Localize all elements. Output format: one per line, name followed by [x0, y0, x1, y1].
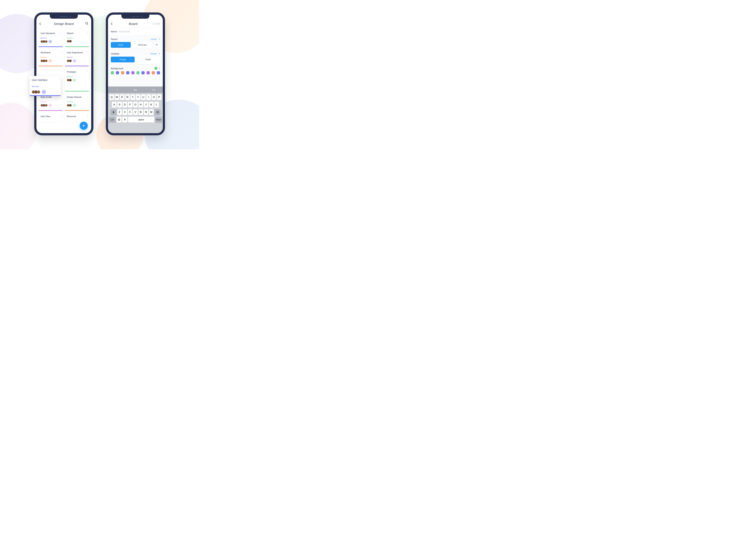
key-f[interactable]: F [128, 102, 132, 108]
key-u[interactable]: U [141, 94, 146, 100]
board-card[interactable]: User ExperienceMember7+ [65, 49, 89, 66]
key-p[interactable]: P [157, 94, 161, 100]
keyboard[interactable]: ItheI'm QWERTYUIOP ASDFGHJKL ZXCVBNM 123… [108, 86, 163, 133]
key-m[interactable]: M [149, 109, 154, 115]
key-h[interactable]: H [138, 102, 143, 108]
board-card[interactable]: Resource [65, 113, 89, 122]
key-g[interactable]: G [133, 102, 138, 108]
card-menu-icon[interactable] [87, 115, 87, 117]
card-menu-icon[interactable] [61, 51, 61, 53]
back-button[interactable] [111, 22, 114, 25]
avatar [69, 59, 72, 62]
create-button[interactable]: Create [153, 22, 160, 25]
card-avatars: 9+ [41, 40, 61, 43]
avatar-count-badge: 2+ [73, 104, 76, 107]
avatar [45, 104, 48, 107]
board-card[interactable]: Style GuideMember2+ [38, 94, 63, 111]
key-j[interactable]: J [144, 102, 148, 108]
color-swatch[interactable] [121, 71, 124, 74]
page-title: Board [129, 22, 137, 26]
visibility-row[interactable]: Visibility Private [108, 50, 163, 57]
card-avatars: 9+ [41, 59, 61, 62]
card-menu-icon[interactable] [61, 96, 61, 98]
key-b[interactable]: B [138, 109, 143, 115]
board-card[interactable]: PrototypeMember2+ [65, 69, 89, 91]
board-card[interactable]: User Flow [38, 113, 63, 122]
key-y[interactable]: Y [136, 94, 140, 100]
key-r[interactable]: R [125, 94, 130, 100]
name-input[interactable]: New Board [119, 30, 130, 33]
back-button[interactable] [39, 22, 42, 25]
card-menu-icon[interactable] [61, 115, 61, 117]
search-icon[interactable] [85, 22, 88, 26]
chevron-right-icon [159, 38, 160, 41]
color-swatch[interactable] [141, 71, 145, 74]
teams-label: Teams [111, 38, 118, 41]
background-label: Background [111, 67, 123, 70]
key-s[interactable]: S [117, 102, 122, 108]
key-mic[interactable] [122, 117, 127, 123]
avatar-count-badge: 7+ [73, 59, 76, 62]
visibility-chip[interactable]: Private [111, 57, 135, 62]
team-chip[interactable]: TechCare [132, 42, 152, 48]
key-d[interactable]: D [123, 102, 127, 108]
card-menu-icon[interactable] [61, 32, 61, 34]
key-x[interactable]: X [123, 109, 127, 115]
name-field-row[interactable]: Name New Board [108, 28, 163, 35]
keyboard-suggestion[interactable]: I [108, 86, 126, 93]
key-i[interactable]: I [147, 94, 151, 100]
card-member-label: Member [67, 37, 87, 39]
avatar [69, 79, 72, 81]
board-card[interactable]: User ResearchMember9+ [38, 30, 63, 47]
card-title: Style Guide [41, 96, 61, 98]
key-t[interactable]: T [131, 94, 135, 100]
key-e[interactable]: E [120, 94, 125, 100]
board-card[interactable]: Design ManualMember2+ [65, 94, 89, 111]
key-l[interactable]: L [154, 102, 159, 108]
key-k[interactable]: K [149, 102, 154, 108]
key-emoji[interactable] [117, 117, 122, 123]
page-title: Design Board [54, 22, 74, 26]
card-title: Wireframe [41, 51, 61, 54]
key-return[interactable]: return [155, 117, 162, 123]
keyboard-suggestion[interactable]: the [126, 86, 145, 93]
background-row[interactable]: Background [108, 65, 163, 71]
color-swatch[interactable] [157, 71, 160, 74]
key-backspace[interactable] [154, 109, 161, 115]
color-swatch[interactable] [116, 71, 119, 74]
team-chip[interactable]: Fr [154, 42, 160, 48]
card-menu-icon[interactable] [59, 78, 59, 80]
color-swatch[interactable] [111, 71, 114, 74]
key-space[interactable]: space [128, 117, 154, 123]
board-card-floating[interactable]: User Interface Member 2+ [30, 76, 61, 96]
card-menu-icon[interactable] [87, 70, 87, 73]
key-o[interactable]: O [152, 94, 156, 100]
key-a[interactable]: A [112, 102, 117, 108]
key-c[interactable]: C [128, 109, 132, 115]
board-card[interactable]: SketchMember [65, 30, 89, 47]
key-w[interactable]: W [115, 94, 119, 100]
keyboard-suggestion[interactable]: I'm [145, 86, 163, 93]
add-board-fab[interactable] [80, 122, 88, 130]
teams-row[interactable]: Teams (none) [108, 35, 163, 42]
color-swatch[interactable] [126, 71, 129, 74]
team-chip[interactable]: None [111, 42, 131, 48]
key-q[interactable]: Q [109, 94, 114, 100]
avatar-count-badge: 2+ [42, 90, 46, 94]
key-v[interactable]: V [133, 109, 138, 115]
key-n[interactable]: N [144, 109, 148, 115]
color-swatch[interactable] [152, 71, 155, 74]
board-card[interactable]: WireframeMember9+ [38, 49, 63, 66]
key-z[interactable]: Z [117, 109, 122, 115]
color-swatch[interactable] [131, 71, 134, 74]
avatar-count-badge: 2+ [49, 104, 52, 107]
key-numeric[interactable]: 123 [109, 117, 116, 123]
avatar-count-badge: 2+ [73, 78, 76, 82]
card-menu-icon[interactable] [87, 32, 87, 34]
card-menu-icon[interactable] [87, 51, 87, 53]
visibility-chip[interactable]: Public [136, 57, 160, 62]
color-swatch[interactable] [147, 71, 150, 74]
card-menu-icon[interactable] [87, 96, 87, 98]
color-swatch[interactable] [136, 71, 139, 74]
key-shift[interactable] [110, 109, 117, 115]
